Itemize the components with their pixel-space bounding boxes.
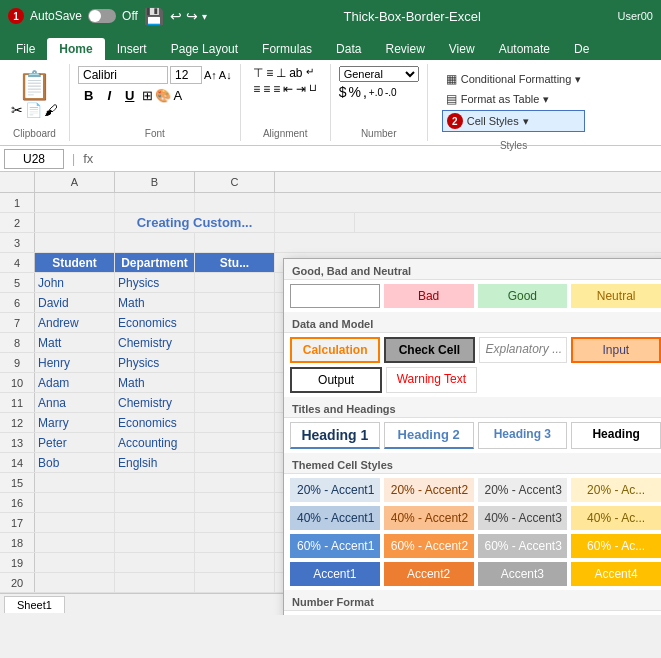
style-20-accent1[interactable]: 20% - Accent1	[290, 478, 380, 502]
style-20-accent4[interactable]: 20% - Ac...	[571, 478, 661, 502]
row-header[interactable]: 6	[0, 293, 35, 312]
cell[interactable]	[35, 193, 115, 212]
cell[interactable]	[195, 573, 275, 592]
cell[interactable]	[115, 513, 195, 532]
cell[interactable]	[195, 333, 275, 352]
col-header-c[interactable]: C	[195, 172, 275, 192]
style-20-accent2[interactable]: 20% - Accent2	[384, 478, 474, 502]
tab-review[interactable]: Review	[373, 38, 436, 60]
save-icon[interactable]: 💾	[144, 7, 164, 26]
undo-icon[interactable]: ↩	[170, 8, 182, 24]
font-color-button[interactable]: A	[173, 88, 182, 103]
cell[interactable]: Chemistry	[115, 333, 195, 352]
comma-button[interactable]: ,	[363, 84, 367, 100]
cell[interactable]	[115, 473, 195, 492]
style-accent2[interactable]: Accent2	[384, 562, 474, 586]
cell-header-stu[interactable]: Stu...	[195, 253, 275, 272]
cell[interactable]: David	[35, 293, 115, 312]
tab-file[interactable]: File	[4, 38, 47, 60]
row-header[interactable]: 8	[0, 333, 35, 352]
sheet-tab-1[interactable]: Sheet1	[4, 596, 65, 613]
decimal-decrease-button[interactable]: -.0	[385, 87, 397, 98]
cell[interactable]: Henry	[35, 353, 115, 372]
cell[interactable]: Matt	[35, 333, 115, 352]
cell[interactable]	[195, 433, 275, 452]
row-header[interactable]: 3	[0, 233, 35, 252]
row-header[interactable]: 9	[0, 353, 35, 372]
format-as-table-button[interactable]: ▤ Format as Table ▾	[442, 90, 586, 108]
style-neutral[interactable]: Neutral	[571, 284, 661, 308]
font-size-input[interactable]	[170, 66, 202, 84]
row-header[interactable]: 11	[0, 393, 35, 412]
cell[interactable]: Accounting	[115, 433, 195, 452]
cell[interactable]	[195, 373, 275, 392]
cell[interactable]: Anna	[35, 393, 115, 412]
row-header[interactable]: 2	[0, 213, 35, 232]
cell[interactable]	[35, 233, 115, 252]
cell[interactable]	[195, 413, 275, 432]
cell[interactable]: Bob	[35, 453, 115, 472]
align-middle-button[interactable]: ≡	[266, 66, 273, 80]
font-name-input[interactable]	[78, 66, 168, 84]
row-header[interactable]: 12	[0, 413, 35, 432]
row-header[interactable]: 14	[0, 453, 35, 472]
cell[interactable]: Economics	[115, 313, 195, 332]
cell[interactable]	[35, 473, 115, 492]
cell[interactable]	[35, 533, 115, 552]
cell[interactable]	[195, 233, 275, 252]
copy-button[interactable]: 📄	[25, 102, 42, 118]
cell[interactable]	[115, 493, 195, 512]
align-center-button[interactable]: ≡	[263, 82, 270, 96]
autosave-toggle[interactable]	[88, 9, 116, 23]
row-header[interactable]: 19	[0, 553, 35, 572]
cell[interactable]	[195, 273, 275, 292]
style-check-cell[interactable]: Check Cell	[384, 337, 474, 363]
conditional-formatting-button[interactable]: ▦ Conditional Formatting ▾	[442, 70, 586, 88]
tab-view[interactable]: View	[437, 38, 487, 60]
cell[interactable]	[195, 353, 275, 372]
cell[interactable]: Adam	[35, 373, 115, 392]
decrease-font-icon[interactable]: A↓	[219, 69, 232, 81]
row-header[interactable]: 10	[0, 373, 35, 392]
cell[interactable]	[195, 453, 275, 472]
tab-formulas[interactable]: Formulas	[250, 38, 324, 60]
cell[interactable]	[195, 493, 275, 512]
row-header[interactable]: 4	[0, 253, 35, 272]
style-40-accent3[interactable]: 40% - Accent3	[478, 506, 568, 530]
underline-button[interactable]: U	[119, 86, 140, 105]
row-header[interactable]: 1	[0, 193, 35, 212]
cell[interactable]	[195, 313, 275, 332]
cell[interactable]	[35, 573, 115, 592]
row-header[interactable]: 17	[0, 513, 35, 532]
increase-font-icon[interactable]: A↑	[204, 69, 217, 81]
border-button[interactable]: ⊞	[142, 88, 153, 103]
cell[interactable]: Andrew	[35, 313, 115, 332]
cell-header-student[interactable]: Student	[35, 253, 115, 272]
style-60-accent2[interactable]: 60% - Accent2	[384, 534, 474, 558]
row-header[interactable]: 7	[0, 313, 35, 332]
row-header[interactable]: 20	[0, 573, 35, 592]
style-heading1[interactable]: Heading 1	[290, 422, 380, 449]
cell[interactable]: Physics	[115, 353, 195, 372]
cell[interactable]: Math	[115, 373, 195, 392]
align-bottom-button[interactable]: ⊥	[276, 66, 286, 80]
cell[interactable]	[35, 513, 115, 532]
cell[interactable]: Peter	[35, 433, 115, 452]
cell[interactable]	[195, 473, 275, 492]
cell[interactable]	[115, 573, 195, 592]
style-40-accent1[interactable]: 40% - Accent1	[290, 506, 380, 530]
paste-button[interactable]: 📋	[17, 72, 52, 100]
cell[interactable]	[35, 553, 115, 572]
italic-button[interactable]: I	[101, 86, 117, 105]
tab-automate[interactable]: Automate	[487, 38, 562, 60]
indent-increase-button[interactable]: ⇥	[296, 82, 306, 96]
row-header[interactable]: 16	[0, 493, 35, 512]
align-left-button[interactable]: ≡	[253, 82, 260, 96]
decimal-increase-button[interactable]: +.0	[369, 87, 383, 98]
cell[interactable]	[275, 213, 355, 232]
style-40-accent2[interactable]: 40% - Accent2	[384, 506, 474, 530]
fill-color-button[interactable]: 🎨	[155, 88, 171, 103]
row-header[interactable]: 5	[0, 273, 35, 292]
style-60-accent1[interactable]: 60% - Accent1	[290, 534, 380, 558]
style-60-accent3[interactable]: 60% - Accent3	[478, 534, 568, 558]
